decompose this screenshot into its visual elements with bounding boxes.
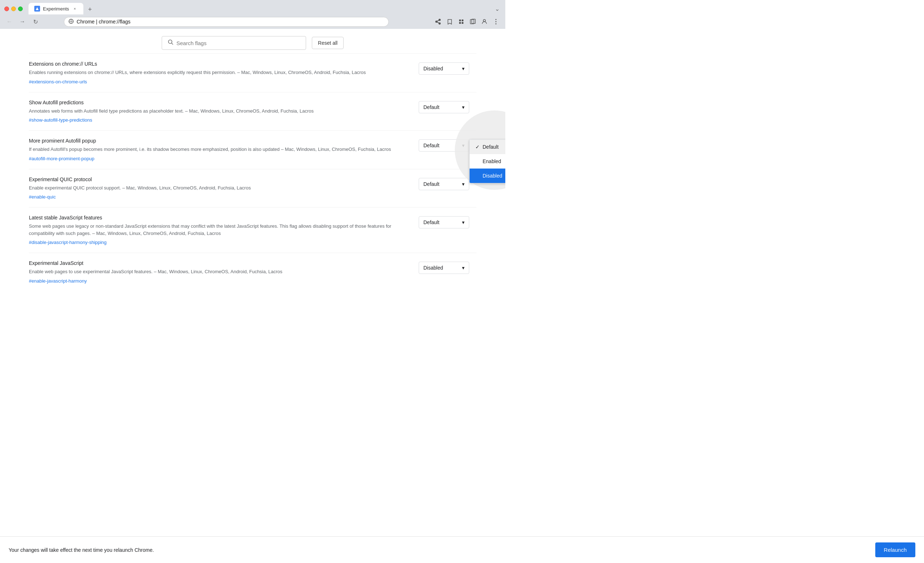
flag-desc: Enable web pages to use experimental Jav…	[29, 268, 411, 276]
flag-info: Extensions on chrome:// URLs Enables run…	[29, 61, 411, 85]
flag-title: Show Autofill predictions	[29, 100, 411, 105]
flag-link[interactable]: #enable-quic	[29, 194, 56, 199]
dropdown-chevron: ▾	[462, 142, 465, 148]
svg-line-15	[171, 43, 173, 45]
search-icon	[168, 39, 174, 46]
dropdown-option-enabled[interactable]: ✓ Enabled	[470, 154, 506, 169]
svg-rect-6	[459, 22, 461, 24]
flag-info: Experimental QUIC protocol Enable experi…	[29, 177, 411, 200]
flag-desc: Some web pages use legacy or non-standar…	[29, 223, 411, 237]
flag-control: Default ▾	[418, 215, 476, 228]
reset-all-button[interactable]: Reset all	[312, 37, 344, 49]
flag-link[interactable]: #autofill-more-prominent-popup	[29, 156, 94, 161]
address-bar[interactable]: Chrome | chrome://flags	[64, 17, 389, 27]
flag-desc: Enables running extensions on chrome:// …	[29, 69, 411, 76]
flag-title: Extensions on chrome:// URLs	[29, 61, 411, 67]
flag-dropdown-4[interactable]: Default ▾	[418, 216, 469, 228]
flag-link[interactable]: #extensions-on-chrome-urls	[29, 79, 87, 84]
flag-control: Default ▾	[418, 177, 476, 190]
flag-link[interactable]: #show-autofill-type-predictions	[29, 117, 92, 123]
svg-point-11	[495, 19, 496, 20]
experiments-tab[interactable]: Experiments ×	[28, 3, 83, 15]
tab-close-button[interactable]: ×	[72, 6, 78, 12]
close-window-button[interactable]	[4, 6, 9, 11]
flag-dropdown-3[interactable]: Default ▾	[418, 178, 469, 190]
page-content: Reset all Extensions on chrome:// URLs E…	[0, 29, 506, 289]
option-label: Disabled	[483, 173, 502, 179]
toolbar-icons	[433, 16, 501, 27]
forward-button[interactable]: →	[17, 16, 27, 27]
dropdown-value: Default	[423, 219, 439, 225]
flag-control: Default ▾	[418, 100, 476, 113]
flag-desc: Annotates web forms with Autofill field …	[29, 108, 411, 115]
tab-title: Experiments	[43, 6, 69, 12]
flag-item: Latest stable JavaScript features Some w…	[29, 207, 476, 253]
flag-title: Latest stable JavaScript features	[29, 215, 411, 220]
flag-control: Disabled ▾	[418, 260, 476, 274]
back-button[interactable]: ←	[4, 16, 14, 27]
dropdown-chevron: ▾	[462, 104, 465, 110]
dropdown-chevron: ▾	[462, 265, 465, 271]
flag-info: More prominent Autofill popup If enabled…	[29, 138, 411, 162]
dropdown-chevron: ▾	[462, 66, 465, 72]
extensions-button[interactable]	[456, 16, 466, 27]
option-label: Default	[483, 144, 498, 150]
flag-title: Experimental QUIC protocol	[29, 177, 411, 182]
reading-list-button[interactable]	[468, 16, 478, 27]
flag-desc: Enable experimental QUIC protocol suppor…	[29, 184, 411, 192]
svg-rect-5	[462, 19, 464, 21]
flag-item: More prominent Autofill popup If enabled…	[29, 130, 476, 169]
flag-item: Show Autofill predictions Annotates web …	[29, 92, 476, 131]
flag-control: Disabled ▾	[418, 61, 476, 75]
search-input[interactable]	[177, 40, 300, 46]
svg-rect-9	[472, 19, 476, 24]
svg-point-13	[495, 24, 496, 24]
svg-rect-7	[462, 22, 464, 24]
flag-info: Show Autofill predictions Annotates web …	[29, 100, 411, 123]
flag-dropdown-0[interactable]: Disabled ▾	[418, 63, 469, 75]
dropdown-option-default[interactable]: ✓ Default	[470, 140, 506, 154]
flag-link[interactable]: #enable-javascript-harmony	[29, 278, 87, 284]
flag-dropdown-5[interactable]: Disabled ▾	[418, 262, 469, 274]
option-label: Enabled	[483, 159, 501, 164]
svg-point-10	[483, 19, 486, 22]
dropdown-chevron: ▾	[462, 181, 465, 187]
maximize-window-button[interactable]	[18, 6, 23, 11]
flag-link[interactable]: #disable-javascript-harmony-shipping	[29, 240, 106, 245]
svg-rect-4	[459, 19, 461, 21]
traffic-lights	[4, 6, 23, 11]
dropdown-chevron: ▾	[462, 219, 465, 225]
minimize-window-button[interactable]	[11, 6, 16, 11]
flag-item: Extensions on chrome:// URLs Enables run…	[29, 53, 476, 92]
dropdown-value: Default	[423, 181, 439, 187]
chrome-menu-dots[interactable]	[491, 16, 501, 27]
flag-dropdown-1[interactable]: Default ▾	[418, 101, 469, 113]
share-button[interactable]	[433, 16, 443, 27]
search-box[interactable]	[162, 36, 306, 50]
dropdown-value: Default	[423, 104, 439, 110]
flag-control: Default ▾ ✓ Default ✓ En	[418, 138, 476, 151]
flag-dropdown-2[interactable]: Default ▾	[418, 139, 469, 151]
svg-point-12	[495, 21, 496, 22]
flag-desc: If enabled Autofill's popup becomes more…	[29, 146, 411, 153]
dropdown-value: Default	[423, 142, 439, 148]
flag-info: Latest stable JavaScript features Some w…	[29, 215, 411, 246]
bookmark-button[interactable]	[445, 16, 455, 27]
flag-title: Experimental JavaScript	[29, 260, 411, 266]
address-bar-row: ← → ↻ Chrome | chrome://flags	[0, 15, 506, 29]
dropdown-option-disabled[interactable]: ✓ Disabled	[470, 169, 506, 183]
site-icon	[69, 19, 74, 25]
flag-item: Experimental JavaScript Enable web pages…	[29, 253, 476, 289]
chrome-menu-button[interactable]: ⌄	[495, 5, 501, 12]
svg-marker-0	[36, 7, 39, 10]
reload-button[interactable]: ↻	[30, 16, 40, 27]
flags-header: Reset all	[0, 29, 506, 53]
profile-button[interactable]	[479, 16, 489, 27]
new-tab-button[interactable]: +	[85, 4, 95, 15]
dropdown-value: Disabled	[423, 66, 443, 72]
check-icon: ✓	[476, 144, 480, 150]
flag-item: Experimental QUIC protocol Enable experi…	[29, 169, 476, 208]
flag-info: Experimental JavaScript Enable web pages…	[29, 260, 411, 284]
dropdown-value: Disabled	[423, 265, 443, 271]
flags-list: Extensions on chrome:// URLs Enables run…	[0, 53, 506, 289]
